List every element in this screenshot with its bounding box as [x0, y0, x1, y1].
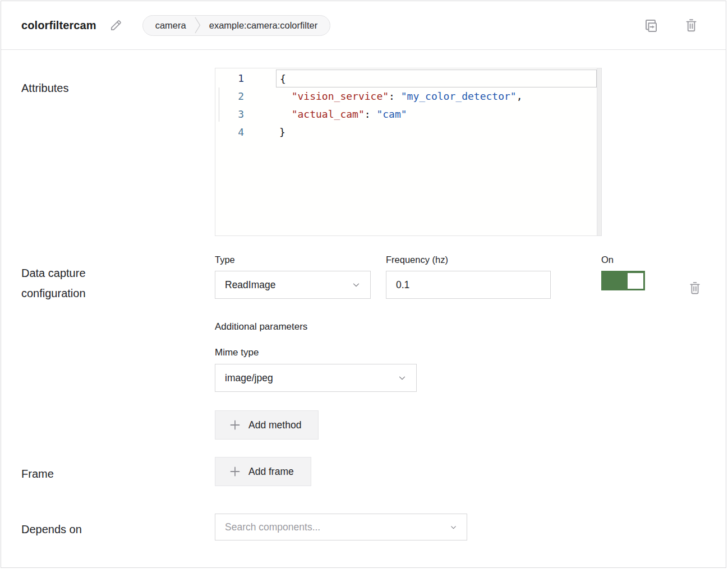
component-config-card: colorfiltercam camera example:camera:col… [1, 1, 726, 568]
chevron-down-icon [449, 523, 458, 532]
indent-guide [219, 87, 219, 122]
breadcrumb: camera example:camera:colorfilter [142, 15, 331, 36]
json-string: "cam" [376, 108, 407, 120]
line-number: 2 [215, 87, 252, 105]
plus-icon [230, 466, 240, 477]
mime-type-select[interactable]: image/jpeg [215, 364, 417, 392]
line-number: 4 [215, 123, 252, 141]
on-label: On [601, 255, 645, 265]
chevron-down-icon [351, 280, 361, 290]
chevron-down-icon [397, 373, 407, 383]
card-body: Attributes 1234 { "vision_service": "my_… [1, 68, 726, 560]
breadcrumb-chevron-icon [195, 16, 201, 35]
data-capture-section: Data capture configuration Type ReadImag… [21, 255, 726, 440]
json-string: "my_color_detector" [401, 90, 517, 102]
frequency-label: Frequency (hz) [386, 255, 551, 265]
card-header: colorfiltercam camera example:camera:col… [1, 1, 726, 50]
type-label: Type [215, 255, 371, 265]
plus-icon [230, 420, 240, 430]
capture-type-value: ReadImage [225, 279, 275, 291]
rename-button[interactable] [109, 18, 123, 33]
trash-icon [684, 17, 699, 34]
add-frame-label: Add frame [248, 466, 294, 478]
duplicate-component-button[interactable] [643, 17, 659, 34]
data-capture-label: Data capture configuration [21, 263, 139, 303]
attributes-label: Attributes [21, 78, 139, 98]
json-key: "vision_service" [292, 90, 389, 102]
pencil-icon [109, 18, 123, 33]
json-punct: } [279, 126, 285, 138]
editor-lines: { "vision_service": "my_color_detector",… [276, 68, 597, 235]
code-line[interactable]: { [276, 70, 597, 87]
depends-on-label: Depends on [21, 519, 139, 539]
delete-component-button[interactable] [684, 17, 699, 34]
mime-type-label: Mime type [215, 347, 726, 358]
additional-parameters-label: Additional parameters [215, 321, 726, 332]
add-method-button[interactable]: Add method [215, 410, 319, 440]
delete-capture-method-button[interactable] [688, 280, 702, 296]
breadcrumb-model: example:camera:colorfilter [209, 20, 318, 31]
json-punct: { [280, 73, 286, 85]
depends-on-select[interactable]: Search components... [215, 514, 467, 540]
attributes-section: Attributes 1234 { "vision_service": "my_… [21, 68, 726, 236]
toggle-knob [628, 273, 643, 289]
data-capture-on-toggle[interactable] [601, 271, 645, 290]
frame-label: Frame [21, 464, 139, 484]
depends-on-section: Depends on Search components... [21, 514, 726, 540]
capture-type-select[interactable]: ReadImage [215, 271, 371, 299]
attributes-json-editor[interactable]: 1234 { "vision_service": "my_color_detec… [215, 68, 602, 236]
editor-gutter: 1234 [215, 68, 252, 235]
breadcrumb-type: camera [155, 20, 186, 31]
json-punct: : [365, 108, 377, 120]
editor-scrollbar[interactable] [597, 68, 601, 235]
json-punct [279, 90, 292, 102]
component-name: colorfiltercam [21, 19, 96, 32]
code-line[interactable]: "actual_cam": "cam" [276, 105, 597, 123]
json-punct: , [517, 90, 523, 102]
data-capture-method-row: Type ReadImage Frequency (hz) On [215, 255, 726, 299]
line-number: 1 [215, 70, 252, 87]
mime-type-value: image/jpeg [225, 372, 273, 384]
add-frame-button[interactable]: Add frame [215, 457, 311, 486]
code-line[interactable]: } [276, 123, 597, 141]
line-number: 3 [215, 105, 252, 123]
depends-on-placeholder: Search components... [225, 521, 320, 533]
frequency-input[interactable] [386, 271, 551, 299]
trash-icon [688, 280, 702, 296]
duplicate-icon [643, 17, 659, 34]
json-punct: : [389, 90, 401, 102]
code-line[interactable]: "vision_service": "my_color_detector", [276, 87, 597, 105]
json-key: "actual_cam" [292, 108, 365, 120]
frame-section: Frame Add frame [21, 457, 726, 486]
add-method-label: Add method [248, 419, 301, 431]
json-punct [279, 108, 292, 120]
